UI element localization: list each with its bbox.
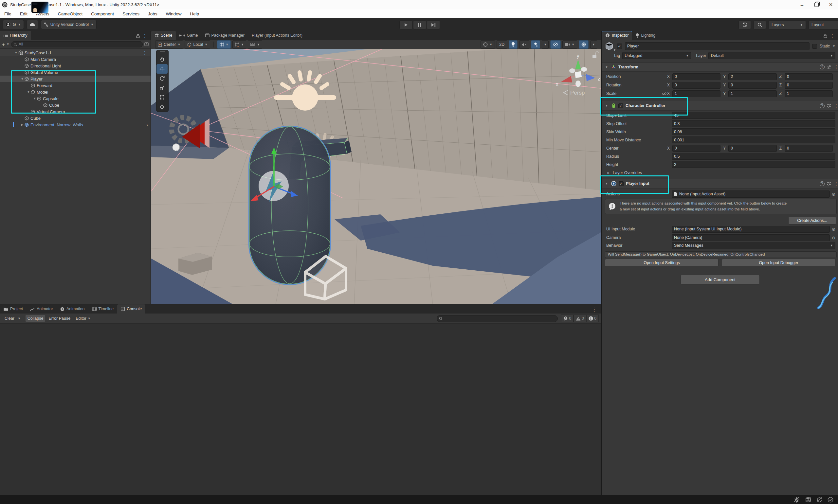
property-value-field[interactable]: 0.3 xyxy=(672,120,835,127)
help-icon[interactable]: ? xyxy=(820,104,824,108)
debugger-detached-icon[interactable] xyxy=(794,497,800,503)
hierarchy-item-cube[interactable]: Cube xyxy=(0,102,150,108)
console-info-toggle[interactable]: 0 xyxy=(561,314,573,322)
help-icon[interactable]: ? xyxy=(820,65,824,69)
hierarchy-item-environment-narrow-walls[interactable]: ▶Environment_Narrow_Walls› xyxy=(0,122,150,128)
hierarchy-item-global-volume[interactable]: Global Volume xyxy=(0,69,150,76)
foldout-icon[interactable]: ▼ xyxy=(32,97,37,100)
vector-field-z[interactable]: 1 xyxy=(785,90,833,97)
undo-history-button[interactable] xyxy=(738,20,751,30)
player-input-checkbox[interactable]: ✓ xyxy=(619,181,624,186)
play-button[interactable] xyxy=(399,20,412,30)
transform-tool-button[interactable] xyxy=(157,102,167,112)
open-input-settings-button[interactable]: Open Input Settings xyxy=(605,259,718,267)
scene-inspector-divider[interactable] xyxy=(601,31,602,495)
shading-mode-dropdown[interactable]: ▼ xyxy=(481,40,495,49)
tab-animation[interactable]: Animation xyxy=(57,304,88,313)
rotate-tool-button[interactable] xyxy=(157,74,167,83)
hierarchy-item-virtual-camera[interactable]: Virtual Camera xyxy=(0,108,150,115)
tag-dropdown[interactable]: Untagged▼ xyxy=(622,52,691,59)
gizmos-toggle[interactable] xyxy=(579,40,589,49)
vector-field-y[interactable]: 0 xyxy=(728,145,777,152)
menu-services[interactable]: Services xyxy=(118,9,144,18)
hierarchy-item-studycase1-1[interactable]: ▼StudyCase1-1⋮ xyxy=(0,50,150,56)
layers-dropdown[interactable]: Layers▼ xyxy=(769,20,806,30)
foldout-icon[interactable]: ▼ xyxy=(14,51,18,54)
tab-game[interactable]: Game xyxy=(176,31,201,40)
tool-handle-rotation-dropdown[interactable]: Local▼ xyxy=(185,40,210,49)
console-warning-toggle[interactable]: 0 xyxy=(573,314,586,322)
tab-player-input-actions-editor-[interactable]: Player (Input Actions Editor) xyxy=(248,31,306,40)
presets-icon[interactable] xyxy=(827,104,832,108)
version-control-button[interactable]: Unity Version Control▼ xyxy=(41,20,96,29)
console-error-toggle[interactable]: 0 xyxy=(586,314,599,322)
scene-camera-dropdown[interactable]: ▼ xyxy=(563,40,577,49)
grid-snapping-toggle[interactable]: ▼ xyxy=(217,40,231,49)
vector-field-x[interactable]: 0 xyxy=(672,82,720,89)
console-menu-kebab[interactable]: ⋮ xyxy=(592,307,597,312)
lock-icon[interactable] xyxy=(824,34,827,38)
object-picker-icon[interactable]: ⊙ xyxy=(832,235,835,240)
scene-visibility-toggle[interactable] xyxy=(550,40,561,49)
snap-increment-dropdown[interactable]: ▼ xyxy=(248,40,262,49)
pause-button[interactable] xyxy=(413,20,426,30)
menu-file[interactable]: File xyxy=(0,9,16,18)
vector-field-x[interactable]: 0 xyxy=(672,145,720,152)
minimize-button[interactable]: – xyxy=(795,0,809,9)
open-prefab-chevron[interactable]: › xyxy=(147,122,148,127)
create-dropdown-caret[interactable]: ▼ xyxy=(6,42,10,46)
foldout-icon[interactable]: ▼ xyxy=(26,90,31,94)
gameobject-active-checkbox[interactable]: ✓ xyxy=(617,43,622,49)
foldout-icon[interactable]: ▼ xyxy=(20,77,24,80)
object-picker-icon[interactable]: ⊙ xyxy=(832,192,835,197)
static-dropdown-caret[interactable]: ▼ xyxy=(833,44,835,48)
tool-handle-pivot-dropdown[interactable]: Center▼ xyxy=(155,40,183,49)
tab-lighting[interactable]: Lighting xyxy=(632,31,659,40)
hierarchy-menu-kebab[interactable]: ⋮ xyxy=(142,33,147,38)
gameobject-cube-icon[interactable]: ▼ xyxy=(604,41,614,51)
layer-dropdown[interactable]: Default▼ xyxy=(708,52,835,59)
create-plus-icon[interactable]: + xyxy=(2,41,5,47)
transform-component-header[interactable]: ▼ Transform ? ⋮ xyxy=(602,62,838,72)
2d-mode-toggle[interactable]: 2D xyxy=(497,40,507,49)
property-value-field[interactable]: 2 xyxy=(672,161,835,168)
vector-field-z[interactable]: 0 xyxy=(785,73,833,80)
item-kebab[interactable]: ⋮ xyxy=(142,50,147,55)
open-input-debugger-button[interactable]: Open Input Debugger xyxy=(722,259,835,267)
character-controller-header[interactable]: ▼ ✓ Character Controller ? ⋮ xyxy=(602,101,838,111)
property-value-field[interactable]: 0.001 xyxy=(672,137,835,143)
gizmos-caret[interactable]: ▼ xyxy=(590,40,597,49)
cloud-button[interactable] xyxy=(26,20,38,29)
scene-console-divider[interactable] xyxy=(0,304,601,304)
scene-effects-toggle[interactable] xyxy=(531,40,540,49)
vector-field-y[interactable]: 0 xyxy=(728,82,777,89)
gameobject-name-field[interactable]: Player xyxy=(625,42,809,50)
cache-server-disabled-icon[interactable] xyxy=(805,497,811,503)
character-controller-kebab[interactable]: ⋮ xyxy=(834,104,838,108)
search-button[interactable] xyxy=(753,20,766,30)
vector-field-x[interactable]: 1 xyxy=(672,90,720,97)
help-icon[interactable]: ? xyxy=(820,181,824,186)
move-tool-button[interactable] xyxy=(157,64,167,74)
hierarchy-item-cube[interactable]: Cube xyxy=(0,115,150,122)
scene-audio-toggle[interactable] xyxy=(519,40,529,49)
hierarchy-item-capsule[interactable]: ▼Capsule xyxy=(0,95,150,102)
console-clear-button[interactable]: Clear xyxy=(3,315,16,322)
tab-timeline[interactable]: Timeline xyxy=(88,304,118,313)
behavior-dropdown[interactable]: Send Messages▼ xyxy=(672,242,835,249)
tab-scene[interactable]: Scene xyxy=(151,31,176,40)
console-collapse-button[interactable]: Collapse xyxy=(25,315,46,322)
console-log-area[interactable] xyxy=(0,324,601,495)
inspector-menu-kebab[interactable]: ⋮ xyxy=(830,33,835,38)
hierarchy-scene-divider[interactable] xyxy=(150,31,151,304)
hierarchy-search-input[interactable]: All xyxy=(11,41,143,48)
property-value-field[interactable]: 0.5 xyxy=(672,153,835,160)
auto-refresh-off-icon[interactable] xyxy=(816,497,822,503)
tab-package-manager[interactable]: Package Manager xyxy=(202,31,248,40)
player-input-header[interactable]: ▼ ✓ Player Input ? ⋮ xyxy=(602,179,838,188)
hierarchy-item-player[interactable]: ▼Player xyxy=(0,76,150,82)
layer-overrides-foldout[interactable]: ▶Layer Overrides xyxy=(606,168,835,177)
tab-animator[interactable]: Animator xyxy=(26,304,57,313)
actions-object-field[interactable]: None (Input Action Asset) xyxy=(672,191,830,198)
tab-project[interactable]: Project xyxy=(0,304,26,313)
